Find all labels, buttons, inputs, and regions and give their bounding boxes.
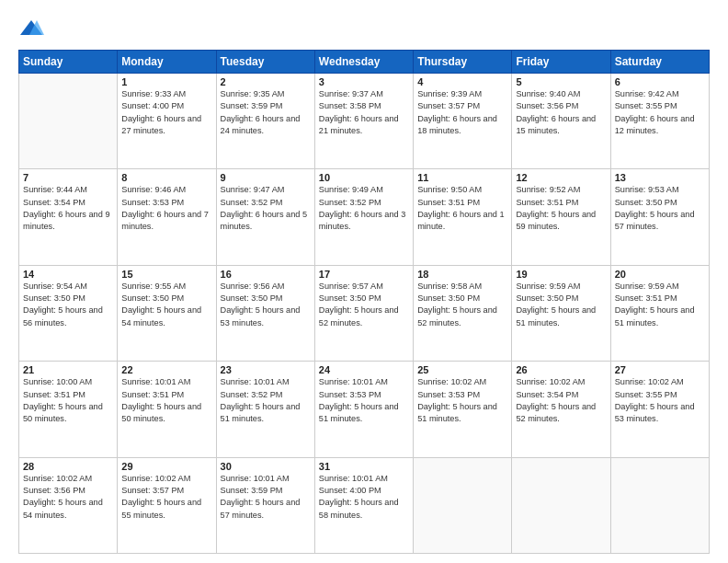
day-info: Sunrise: 10:01 AM Sunset: 3:59 PM Daylig… (221, 473, 311, 522)
day-info: Sunrise: 10:02 AM Sunset: 3:54 PM Daylig… (516, 376, 606, 425)
calendar-cell: 13Sunrise: 9:53 AM Sunset: 3:50 PM Dayli… (610, 169, 709, 265)
day-info: Sunrise: 10:01 AM Sunset: 3:53 PM Daylig… (319, 376, 409, 425)
calendar-cell: 18Sunrise: 9:58 AM Sunset: 3:50 PM Dayli… (414, 265, 512, 361)
day-info: Sunrise: 10:00 AM Sunset: 3:51 PM Daylig… (23, 376, 113, 425)
calendar-cell: 19Sunrise: 9:59 AM Sunset: 3:50 PM Dayli… (512, 265, 610, 361)
calendar-cell (19, 74, 118, 169)
day-info: Sunrise: 10:02 AM Sunset: 3:56 PM Daylig… (23, 473, 113, 522)
header (18, 17, 710, 42)
calendar-cell: 22Sunrise: 10:01 AM Sunset: 3:51 PM Dayl… (118, 362, 216, 457)
calendar-cell: 4Sunrise: 9:39 AM Sunset: 3:57 PM Daylig… (414, 74, 512, 169)
calendar-cell: 15Sunrise: 9:55 AM Sunset: 3:50 PM Dayli… (118, 265, 216, 361)
calendar-cell: 21Sunrise: 10:00 AM Sunset: 3:51 PM Dayl… (19, 362, 118, 457)
day-info: Sunrise: 9:58 AM Sunset: 3:50 PM Dayligh… (417, 281, 507, 329)
calendar-week-5: 28Sunrise: 10:02 AM Sunset: 3:56 PM Dayl… (19, 457, 710, 553)
calendar-header-row: SundayMondayTuesdayWednesdayThursdayFrid… (19, 51, 710, 74)
day-number: 5 (516, 76, 606, 87)
page: SundayMondayTuesdayWednesdayThursdayFrid… (0, 0, 728, 563)
day-info: Sunrise: 10:02 AM Sunset: 3:55 PM Daylig… (615, 376, 705, 425)
calendar-cell: 25Sunrise: 10:02 AM Sunset: 3:53 PM Dayl… (414, 362, 512, 457)
day-number: 17 (319, 269, 409, 280)
day-info: Sunrise: 9:59 AM Sunset: 3:50 PM Dayligh… (516, 281, 606, 329)
calendar-week-3: 14Sunrise: 9:54 AM Sunset: 3:50 PM Dayli… (19, 265, 710, 361)
day-info: Sunrise: 10:01 AM Sunset: 3:52 PM Daylig… (221, 376, 311, 425)
logo-icon (18, 17, 44, 42)
day-number: 23 (221, 364, 311, 375)
calendar-cell: 10Sunrise: 9:49 AM Sunset: 3:52 PM Dayli… (314, 169, 413, 265)
day-info: Sunrise: 9:59 AM Sunset: 3:51 PM Dayligh… (615, 281, 705, 329)
calendar-cell: 30Sunrise: 10:01 AM Sunset: 3:59 PM Dayl… (216, 457, 314, 553)
calendar-cell (610, 457, 709, 553)
day-info: Sunrise: 9:33 AM Sunset: 4:00 PM Dayligh… (121, 88, 211, 137)
calendar-cell: 11Sunrise: 9:50 AM Sunset: 3:51 PM Dayli… (414, 169, 512, 265)
day-number: 16 (221, 269, 311, 280)
day-number: 24 (319, 364, 409, 375)
day-number: 13 (615, 172, 705, 183)
day-number: 12 (516, 172, 606, 183)
calendar-cell: 8Sunrise: 9:46 AM Sunset: 3:53 PM Daylig… (118, 169, 216, 265)
calendar-cell: 3Sunrise: 9:37 AM Sunset: 3:58 PM Daylig… (314, 74, 413, 169)
calendar-cell: 6Sunrise: 9:42 AM Sunset: 3:55 PM Daylig… (610, 74, 709, 169)
calendar-cell: 27Sunrise: 10:02 AM Sunset: 3:55 PM Dayl… (610, 362, 709, 457)
day-number: 28 (23, 461, 113, 472)
calendar-header-sunday: Sunday (19, 51, 118, 74)
day-number: 26 (516, 364, 606, 375)
calendar-cell: 17Sunrise: 9:57 AM Sunset: 3:50 PM Dayli… (314, 265, 413, 361)
day-number: 22 (121, 364, 211, 375)
calendar-week-1: 1Sunrise: 9:33 AM Sunset: 4:00 PM Daylig… (19, 74, 710, 169)
calendar-cell: 2Sunrise: 9:35 AM Sunset: 3:59 PM Daylig… (216, 74, 314, 169)
day-number: 2 (221, 76, 311, 87)
day-number: 14 (23, 269, 113, 280)
calendar-header-thursday: Thursday (414, 51, 512, 74)
day-number: 20 (615, 269, 705, 280)
day-info: Sunrise: 10:02 AM Sunset: 3:53 PM Daylig… (417, 376, 507, 425)
day-info: Sunrise: 9:52 AM Sunset: 3:51 PM Dayligh… (516, 184, 606, 233)
day-number: 29 (121, 461, 211, 472)
logo (18, 17, 48, 42)
day-info: Sunrise: 9:40 AM Sunset: 3:56 PM Dayligh… (516, 88, 606, 137)
day-info: Sunrise: 9:49 AM Sunset: 3:52 PM Dayligh… (319, 184, 409, 233)
day-info: Sunrise: 9:42 AM Sunset: 3:55 PM Dayligh… (615, 88, 705, 137)
day-number: 31 (319, 461, 409, 472)
calendar-cell: 7Sunrise: 9:44 AM Sunset: 3:54 PM Daylig… (19, 169, 118, 265)
calendar-cell (414, 457, 512, 553)
day-info: Sunrise: 9:39 AM Sunset: 3:57 PM Dayligh… (417, 88, 507, 137)
day-info: Sunrise: 9:46 AM Sunset: 3:53 PM Dayligh… (121, 184, 211, 233)
day-info: Sunrise: 9:47 AM Sunset: 3:52 PM Dayligh… (221, 184, 311, 233)
day-info: Sunrise: 9:37 AM Sunset: 3:58 PM Dayligh… (319, 88, 409, 137)
calendar-header-friday: Friday (512, 51, 610, 74)
day-info: Sunrise: 9:55 AM Sunset: 3:50 PM Dayligh… (121, 281, 211, 329)
calendar-cell: 29Sunrise: 10:02 AM Sunset: 3:57 PM Dayl… (118, 457, 216, 553)
day-number: 15 (121, 269, 211, 280)
day-number: 4 (417, 76, 507, 87)
day-number: 11 (417, 172, 507, 183)
day-number: 1 (121, 76, 211, 87)
calendar-cell: 24Sunrise: 10:01 AM Sunset: 3:53 PM Dayl… (314, 362, 413, 457)
day-info: Sunrise: 9:54 AM Sunset: 3:50 PM Dayligh… (23, 281, 113, 329)
day-number: 7 (23, 172, 113, 183)
calendar-week-4: 21Sunrise: 10:00 AM Sunset: 3:51 PM Dayl… (19, 362, 710, 457)
calendar-header-tuesday: Tuesday (216, 51, 314, 74)
day-number: 19 (516, 269, 606, 280)
day-info: Sunrise: 9:50 AM Sunset: 3:51 PM Dayligh… (417, 184, 507, 233)
calendar-cell: 23Sunrise: 10:01 AM Sunset: 3:52 PM Dayl… (216, 362, 314, 457)
day-number: 10 (319, 172, 409, 183)
day-info: Sunrise: 9:57 AM Sunset: 3:50 PM Dayligh… (319, 281, 409, 329)
calendar-header-wednesday: Wednesday (314, 51, 413, 74)
day-number: 18 (417, 269, 507, 280)
day-number: 8 (121, 172, 211, 183)
day-info: Sunrise: 9:56 AM Sunset: 3:50 PM Dayligh… (221, 281, 311, 329)
day-info: Sunrise: 9:44 AM Sunset: 3:54 PM Dayligh… (23, 184, 113, 233)
day-number: 3 (319, 76, 409, 87)
day-number: 27 (615, 364, 705, 375)
day-number: 9 (221, 172, 311, 183)
calendar-header-saturday: Saturday (610, 51, 709, 74)
day-number: 21 (23, 364, 113, 375)
calendar-cell: 9Sunrise: 9:47 AM Sunset: 3:52 PM Daylig… (216, 169, 314, 265)
calendar-cell: 20Sunrise: 9:59 AM Sunset: 3:51 PM Dayli… (610, 265, 709, 361)
calendar-cell: 12Sunrise: 9:52 AM Sunset: 3:51 PM Dayli… (512, 169, 610, 265)
day-info: Sunrise: 10:01 AM Sunset: 4:00 PM Daylig… (319, 473, 409, 522)
calendar-header-monday: Monday (118, 51, 216, 74)
day-info: Sunrise: 10:02 AM Sunset: 3:57 PM Daylig… (121, 473, 211, 522)
calendar-cell: 14Sunrise: 9:54 AM Sunset: 3:50 PM Dayli… (19, 265, 118, 361)
